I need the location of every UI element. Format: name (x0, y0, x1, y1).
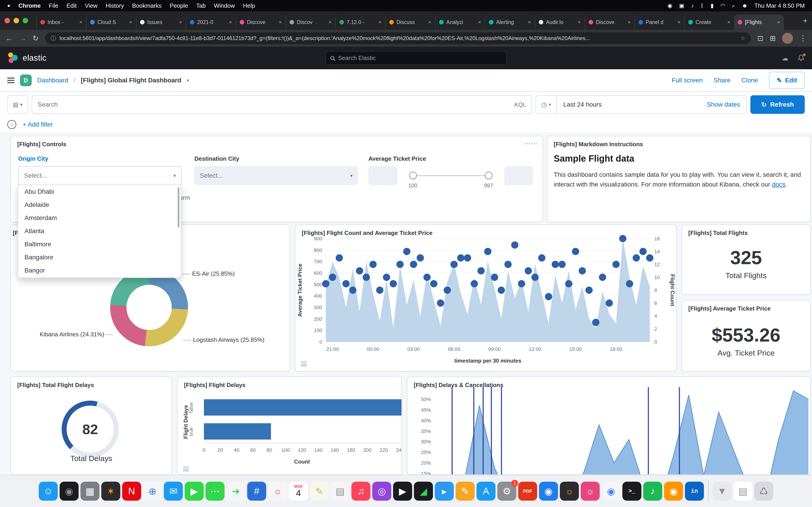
blue-sphere-app[interactable]: ◉ (539, 482, 558, 501)
dropdown-option[interactable]: Atlanta (18, 225, 181, 238)
price-min-input[interactable] (368, 166, 397, 185)
browser-tab[interactable]: 2021-0× (186, 14, 236, 30)
tab-close-icon[interactable]: × (727, 19, 730, 25)
textedit[interactable]: ▤ (331, 482, 350, 501)
tab-close-icon[interactable]: × (179, 19, 182, 25)
linkedin[interactable]: in (685, 482, 704, 501)
menubar-item[interactable]: View (85, 2, 97, 9)
menubar-item[interactable]: Bookmarks (132, 2, 161, 9)
show-dates-link[interactable]: Show dates (707, 101, 746, 108)
dropdown-option[interactable]: Abu Dhabi (18, 185, 181, 198)
cloud-icon[interactable]: ☁ (782, 54, 789, 62)
panel-menu-icon[interactable]: ⋯⋯ (524, 140, 538, 147)
download-icon[interactable]: ⊡ (757, 34, 763, 43)
dropdown-option[interactable]: Adelaide (18, 198, 181, 211)
legend-logstash-airways[interactable]: Logstash Airways (25.85%) (193, 336, 264, 343)
trash[interactable]: ♺ (754, 482, 773, 501)
record-icon[interactable]: ◉ (668, 2, 672, 9)
tab-close-icon[interactable]: × (378, 19, 382, 25)
documents-stack[interactable]: ▤ (733, 482, 752, 501)
dropdown-option[interactable]: Bangalore (18, 251, 181, 264)
tab-close-icon[interactable]: × (677, 19, 680, 25)
paint-app[interactable]: ☼ (560, 482, 579, 501)
volume-icon[interactable]: ♪ (691, 2, 694, 9)
app-store[interactable]: A (476, 482, 496, 501)
tab-close-icon[interactable]: × (328, 19, 332, 25)
refresh-button[interactable]: ↻ Refresh (750, 95, 805, 114)
color-app[interactable]: ☼ (581, 482, 600, 501)
browser-tab[interactable]: [Flights× (734, 14, 784, 30)
chrome[interactable]: ◉ (602, 482, 620, 501)
mail[interactable]: ✉ (164, 482, 183, 501)
window-zoom-button[interactable] (23, 18, 28, 23)
tab-close-icon[interactable]: × (428, 19, 432, 25)
firefox[interactable]: ◉ (664, 482, 683, 501)
browser-tab[interactable]: Panel d× (635, 14, 684, 30)
destination-city-select[interactable]: Select... ▾ (194, 166, 358, 185)
podcasts[interactable]: ◎ (372, 482, 391, 501)
panel-title[interactable]: [Flights] Total Flights (688, 229, 748, 236)
tab-close-icon[interactable]: × (777, 19, 780, 25)
finder[interactable]: ☺ (39, 482, 58, 501)
browser-tab[interactable]: Alerting× (485, 14, 535, 30)
space-avatar[interactable]: D (20, 74, 32, 86)
site-info-icon[interactable]: ⓘ (51, 35, 56, 42)
calendar[interactable]: MAR4 (289, 482, 308, 501)
breadcrumb-dashboard[interactable]: Dashboard (37, 77, 68, 84)
photos[interactable]: ☼ (268, 482, 287, 501)
price-max-input[interactable] (504, 166, 533, 185)
downloads-folder[interactable]: ▼ (713, 482, 731, 501)
global-search-input[interactable]: Search Elastic (325, 51, 507, 65)
browser-menu-icon[interactable]: ⋮ (799, 34, 807, 43)
panel-title-partial[interactable]: [F (13, 229, 18, 236)
browser-tab[interactable]: Discuss× (385, 14, 435, 30)
dropdown-option[interactable]: Baltimore (18, 238, 181, 251)
dropdown-scrollbar[interactable] (177, 187, 180, 227)
menubar-clock[interactable]: Thu Mar 4 8:50 PM (754, 2, 805, 9)
profile-avatar[interactable] (782, 33, 793, 44)
bluetooth-icon[interactable]: ᛒ (701, 2, 704, 9)
window-close-button[interactable] (5, 18, 10, 23)
maps-app[interactable]: ➔ (226, 482, 245, 501)
browser-tab[interactable]: Inbox -× (36, 14, 86, 30)
user-icon[interactable]: ☻ (742, 2, 748, 9)
delays-area-chart[interactable]: 50%45%40%35%30%25%20%15% (407, 377, 810, 474)
legend-toggle-icon[interactable] (301, 362, 307, 366)
back-icon[interactable]: ← (5, 34, 13, 43)
clone-link[interactable]: Clone (741, 77, 758, 84)
dropdown-option[interactable]: Amsterdam (18, 211, 181, 225)
combo-chart[interactable]: 0100200300400500600700800900024681012141… (295, 225, 676, 372)
tab-close-icon[interactable]: × (79, 19, 83, 25)
dark-sphere-app[interactable]: ◉ (60, 482, 79, 501)
time-picker-button[interactable]: ◷ ▾ (536, 96, 557, 113)
tab-close-icon[interactable]: × (478, 19, 481, 25)
tab-close-icon[interactable]: × (279, 19, 282, 25)
title-chevron-icon[interactable]: ▾ (187, 78, 189, 83)
menubar-item[interactable]: People (170, 2, 188, 9)
browser-tab[interactable]: 7.12.0 -× (335, 14, 385, 30)
launchpad[interactable]: ▦ (81, 482, 99, 501)
safari[interactable]: ⊕ (143, 482, 162, 501)
apple-icon[interactable]: ● (7, 3, 10, 9)
browser-tab[interactable]: Discove× (585, 14, 635, 30)
browser-tab[interactable]: Audit lo× (535, 14, 585, 30)
stocks-app[interactable]: ◢ (414, 482, 433, 501)
menubar-item[interactable]: File (49, 2, 58, 9)
messages[interactable]: ⋯ (205, 482, 224, 501)
add-filter-link[interactable]: + Add filter (23, 121, 53, 128)
tv[interactable]: ▶ (393, 482, 412, 501)
active-app-name[interactable]: Chrome (18, 2, 41, 9)
menubar-item[interactable]: History (106, 2, 124, 9)
window-minimize-button[interactable] (14, 18, 19, 23)
menubar-item[interactable]: Tab (196, 2, 206, 9)
panel-title[interactable]: [Flights] Total Flight Delays (17, 382, 94, 389)
bar-true[interactable] (204, 423, 271, 440)
bookmark-star-icon[interactable]: ☆ (741, 35, 746, 42)
system-preferences[interactable]: ⚙1 (497, 482, 516, 501)
saved-query-button[interactable]: ▤ ▾ (7, 95, 28, 114)
tab-close-icon[interactable]: × (129, 19, 132, 25)
notes[interactable]: ✎ (310, 482, 329, 501)
new-tab-button[interactable]: + (803, 16, 807, 25)
filter-icon[interactable]: ▽ (7, 120, 16, 129)
menubar-item[interactable]: Window (214, 2, 235, 9)
